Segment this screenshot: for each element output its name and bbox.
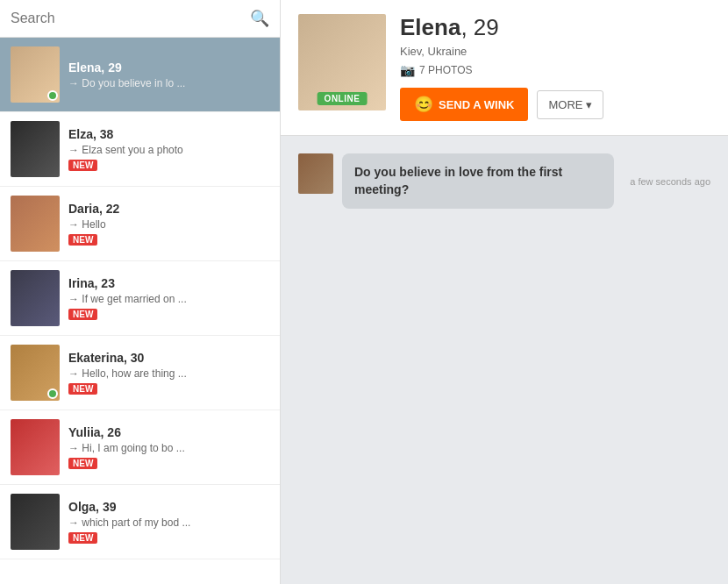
contact-info-olga: Olga, 39→ which part of my bod ...NEW: [68, 500, 269, 545]
avatar-wrap-elza: [11, 121, 60, 177]
chevron-down-icon: ▾: [586, 98, 592, 111]
new-badge-irina: NEW: [68, 309, 97, 320]
new-badge-ekaterina: NEW: [68, 383, 97, 395]
contact-info-elza: Elza, 38→ Elza sent you a photoNEW: [68, 127, 269, 172]
search-icon[interactable]: 🔍: [250, 9, 269, 28]
profile-photos-count: 📷 7 PHOTOS: [400, 63, 710, 77]
profile-name: Elena, 29: [400, 14, 710, 41]
contact-name-daria: Daria, 22: [68, 202, 269, 216]
contact-name-elza: Elza, 38: [68, 127, 269, 141]
new-badge-olga: NEW: [68, 532, 97, 544]
profile-details: Elena, 29 Kiev, Ukraine 📷 7 PHOTOS 😊 SEN…: [400, 14, 710, 121]
profile-location: Kiev, Ukraine: [400, 45, 710, 58]
contact-message-ekaterina: → Hello, how are thing ...: [68, 367, 269, 380]
contact-info-irina: Irina, 23→ If we get married on ...NEW: [68, 276, 269, 321]
contact-item-elza[interactable]: Elza, 38→ Elza sent you a photoNEW: [0, 112, 280, 187]
main-content: ONLINE Elena, 29 Kiev, Ukraine 📷 7 PHOTO…: [281, 0, 728, 584]
contact-name-olga: Olga, 39: [68, 500, 269, 514]
avatar-daria: [11, 196, 60, 252]
avatar-yuliia: [11, 419, 60, 475]
avatar-wrap-irina: [11, 270, 60, 326]
avatar-wrap-daria: [11, 196, 60, 252]
search-input[interactable]: [11, 11, 243, 26]
contact-message-daria: → Hello: [68, 218, 269, 231]
avatar-wrap-yuliia: [11, 419, 60, 475]
message-row: Do you believe in love from the first me…: [298, 153, 710, 209]
profile-actions: 😊 SEND A WINK MORE ▾: [400, 88, 710, 121]
contact-item-elena[interactable]: Elena, 29→ Do you believe in lo ...: [0, 38, 280, 112]
contact-name-ekaterina: Ekaterina, 30: [68, 351, 269, 365]
contact-info-yuliia: Yuliia, 26→ Hi, I am going to bo ...NEW: [68, 425, 269, 470]
avatar-olga: [11, 494, 60, 550]
chat-area: Do you believe in love from the first me…: [281, 136, 728, 584]
contact-item-ekaterina[interactable]: Ekaterina, 30→ Hello, how are thing ...N…: [0, 336, 280, 410]
avatar-wrap-elena: [11, 46, 60, 103]
message-avatar: [298, 153, 333, 194]
contact-list: Elena, 29→ Do you believe in lo ...Elza,…: [0, 38, 280, 584]
avatar-wrap-olga: [11, 494, 60, 550]
new-badge-elza: NEW: [68, 160, 97, 171]
wink-icon: 😊: [414, 95, 433, 114]
avatar-irina: [11, 270, 60, 326]
contact-message-elena: → Do you believe in lo ...: [68, 77, 269, 89]
profile-header: ONLINE Elena, 29 Kiev, Ukraine 📷 7 PHOTO…: [281, 0, 728, 136]
contact-name-yuliia: Yuliia, 26: [68, 425, 269, 439]
contact-message-yuliia: → Hi, I am going to bo ...: [68, 442, 269, 454]
profile-photo-wrap: ONLINE: [298, 14, 386, 110]
avatar-wrap-ekaterina: [11, 345, 60, 401]
contact-message-olga: → which part of my bod ...: [68, 516, 269, 529]
contact-info-daria: Daria, 22→ HelloNEW: [68, 202, 269, 246]
contact-message-elza: → Elza sent you a photo: [68, 144, 269, 156]
contact-item-olga[interactable]: Olga, 39→ which part of my bod ...NEW: [0, 485, 280, 559]
contact-item-irina[interactable]: Irina, 23→ If we get married on ...NEW: [0, 261, 280, 336]
online-badge: ONLINE: [318, 92, 368, 105]
contact-info-ekaterina: Ekaterina, 30→ Hello, how are thing ...N…: [68, 351, 269, 395]
more-button[interactable]: MORE ▾: [537, 90, 603, 119]
contact-message-irina: → If we get married on ...: [68, 293, 269, 305]
search-bar: 🔍: [0, 0, 280, 38]
new-badge-daria: NEW: [68, 234, 97, 246]
online-dot-ekaterina: [47, 388, 58, 399]
message-time: a few seconds ago: [630, 176, 710, 187]
avatar-elza: [11, 121, 60, 177]
new-badge-yuliia: NEW: [68, 458, 97, 469]
send-wink-button[interactable]: 😊 SEND A WINK: [400, 88, 528, 121]
contact-name-irina: Irina, 23: [68, 276, 269, 290]
contact-info-elena: Elena, 29→ Do you believe in lo ...: [68, 61, 269, 89]
contact-name-elena: Elena, 29: [68, 61, 269, 75]
camera-icon: 📷: [400, 63, 415, 77]
contact-item-daria[interactable]: Daria, 22→ HelloNEW: [0, 187, 280, 261]
message-bubble: Do you believe in love from the first me…: [342, 153, 614, 209]
online-dot-elena: [47, 90, 58, 101]
contact-item-yuliia[interactable]: Yuliia, 26→ Hi, I am going to bo ...NEW: [0, 410, 280, 485]
sidebar: 🔍 Elena, 29→ Do you believe in lo ...Elz…: [0, 0, 281, 584]
